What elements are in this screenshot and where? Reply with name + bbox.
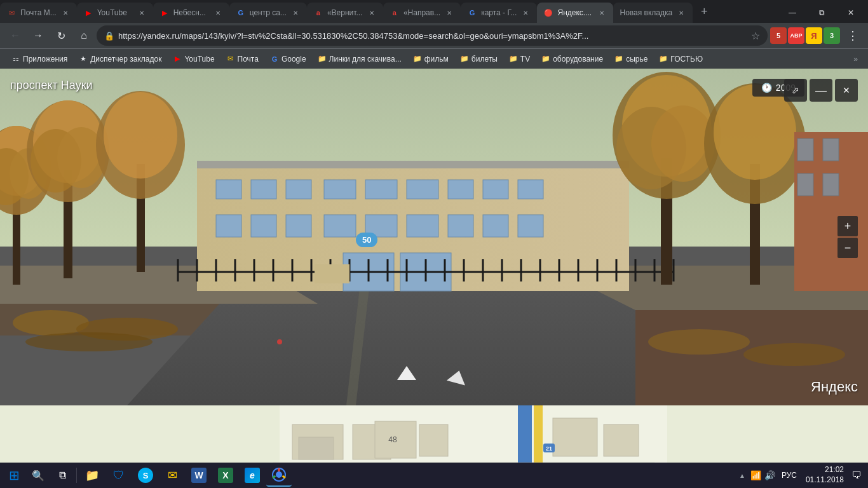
bm-guests[interactable]: 📁 ГОСТЬЮ xyxy=(654,53,708,65)
clock-display[interactable]: 21:02 01.11.2018 xyxy=(802,465,848,485)
new-tab-button[interactable]: + xyxy=(695,3,713,20)
svg-rect-97 xyxy=(518,405,532,463)
taskbar-separator-1 xyxy=(76,468,77,483)
tab-close-new[interactable]: ✕ xyxy=(676,8,686,18)
folder-raw-icon: 📁 xyxy=(614,55,623,64)
zoom-out-button[interactable]: − xyxy=(837,238,858,258)
bm-youtube-label: YouTube xyxy=(184,55,214,64)
tab-pochta[interactable]: ✉ Почта М... ✕ xyxy=(0,3,77,23)
tab-close-yandex[interactable]: ✕ xyxy=(597,8,607,18)
file-explorer-button[interactable]: 📁 xyxy=(79,464,105,487)
date-text: 01.11.2018 xyxy=(806,475,844,485)
bm-apps[interactable]: ⚏ Приложения xyxy=(6,53,72,65)
network-icon[interactable]: 📶 xyxy=(750,469,763,482)
start-button[interactable]: ⊞ xyxy=(3,464,25,487)
edge-button[interactable]: e xyxy=(240,464,265,487)
bm-film-label: фильм xyxy=(424,55,449,64)
svg-rect-64 xyxy=(315,264,349,283)
bm-youtube[interactable]: ▶ YouTube xyxy=(168,53,219,65)
svg-rect-107 xyxy=(419,424,448,456)
skype-button[interactable]: S xyxy=(133,464,158,487)
tray-up-arrow[interactable]: ▲ xyxy=(736,469,749,482)
tab-close-vern[interactable]: ✕ xyxy=(367,8,377,18)
taskbar-search-button[interactable]: 🔍 xyxy=(27,464,50,487)
bm-tv[interactable]: 📁 TV xyxy=(504,53,535,65)
taskbar: ⊞ 🔍 ⧉ 📁 🛡 S ✉ W X e xyxy=(0,463,868,488)
bm-mail[interactable]: ✉ Почта xyxy=(221,53,264,65)
task-view-button[interactable]: ⧉ xyxy=(51,464,74,487)
tab-karta[interactable]: G карта - Г... ✕ xyxy=(461,3,537,23)
refresh-button[interactable]: ↻ xyxy=(51,25,71,46)
bm-tickets[interactable]: 📁 билеты xyxy=(455,53,503,65)
tab-new[interactable]: Новая вкладка ✕ xyxy=(613,3,693,23)
system-tray: ▲ 📶 🔊 РУС 21:02 01.11.2018 🗨 xyxy=(736,465,865,485)
map-panel[interactable]: 48 21 ←→ © Яндекс Условия использования xyxy=(0,405,868,463)
forward-button[interactable]: → xyxy=(28,25,48,46)
notification-button[interactable]: 🗨 xyxy=(850,469,863,482)
bm-film[interactable]: 📁 фильм xyxy=(408,53,454,65)
language-indicator[interactable]: РУС xyxy=(779,471,799,480)
bm-bookmark-manager[interactable]: ★ Диспетчер закладок xyxy=(74,53,166,65)
tab-close-pochta[interactable]: ✕ xyxy=(60,8,71,18)
window-controls: — ⧉ ✕ xyxy=(778,3,868,23)
browser-frame: ✉ Почта М... ✕ ▶ YouTube ✕ ▶ Небесн... ✕… xyxy=(0,0,868,488)
navigation-bar: ← → ↻ ⌂ 🔒 https://yandex.ru/maps/143/kyi… xyxy=(0,23,868,48)
tab-close-neb[interactable]: ✕ xyxy=(213,8,223,18)
ext-icon-3[interactable]: 3 xyxy=(824,27,840,44)
store-button[interactable]: 🛡 xyxy=(106,464,132,487)
home-button[interactable]: ⌂ xyxy=(74,25,94,46)
svg-rect-30 xyxy=(448,215,473,237)
ext-badge-1: 5 xyxy=(776,32,780,39)
bm-links[interactable]: 📁 Линки для скачива... xyxy=(313,53,407,65)
chrome-button[interactable] xyxy=(266,464,292,487)
excel-button[interactable]: X xyxy=(213,464,238,487)
bm-raw[interactable]: 📁 сырье xyxy=(609,53,653,65)
tab-yandex[interactable]: 🔴 Яндекс.... ✕ xyxy=(537,3,613,23)
tab-close-karta[interactable]: ✕ xyxy=(520,8,531,18)
street-view-panel[interactable]: проспект Науки 🕐 2009 ⬀ — ✕ + − 50 Яндек… xyxy=(0,69,868,405)
svg-rect-18 xyxy=(324,180,356,199)
address-bar[interactable]: 🔒 https://yandex.ru/maps/143/kyiv/?l=stv… xyxy=(97,25,768,46)
tab-neb[interactable]: ▶ Небесн... ✕ xyxy=(153,3,229,23)
bm-equipment[interactable]: 📁 оборудование xyxy=(536,53,608,65)
svg-text:48: 48 xyxy=(388,435,397,444)
tab-vern[interactable]: а «Вернит... ✕ xyxy=(307,3,383,23)
tab-favicon-naprav: а xyxy=(390,8,400,18)
tab-favicon-youtube: ▶ xyxy=(83,8,93,18)
expand-button[interactable]: — xyxy=(810,79,832,102)
svg-rect-25 xyxy=(251,215,276,237)
folder-tv-icon: 📁 xyxy=(509,55,518,64)
chrome-menu-button[interactable]: ⋮ xyxy=(843,25,863,46)
bookmark-star-icon[interactable]: ☆ xyxy=(751,30,760,42)
tab-close-centr[interactable]: ✕ xyxy=(290,8,301,18)
back-button[interactable]: ← xyxy=(5,25,25,46)
tab-close-youtube[interactable]: ✕ xyxy=(137,8,147,18)
tab-centr[interactable]: G центр са... ✕ xyxy=(229,3,307,23)
volume-icon[interactable]: 🔊 xyxy=(764,469,776,482)
bm-google[interactable]: G Google xyxy=(265,53,311,65)
building-number-badge[interactable]: 50 xyxy=(356,233,377,247)
tab-close-naprav[interactable]: ✕ xyxy=(444,8,454,18)
folder-film-icon: 📁 xyxy=(413,55,422,64)
bm-equip-label: оборудование xyxy=(553,55,603,64)
close-button[interactable]: ✕ xyxy=(836,3,865,23)
page-content: проспект Науки 🕐 2009 ⬀ — ✕ + − 50 Яндек… xyxy=(0,69,868,463)
mail-button[interactable]: ✉ xyxy=(159,464,185,487)
share-button[interactable]: ⬀ xyxy=(784,79,807,102)
ext-icon-1[interactable]: 5 xyxy=(770,27,787,44)
security-lock-icon: 🔒 xyxy=(104,31,114,41)
folder-tickets-icon: 📁 xyxy=(460,55,469,64)
ext-icon-yab[interactable]: Я xyxy=(806,27,822,44)
tab-naprav[interactable]: а «Направ... ✕ xyxy=(383,3,461,23)
svg-rect-29 xyxy=(407,215,438,237)
ext-icon-abp[interactable]: ABP xyxy=(788,27,804,44)
svg-rect-22 xyxy=(483,180,508,199)
close-streetview-button[interactable]: ✕ xyxy=(835,79,858,102)
tab-youtube[interactable]: ▶ YouTube ✕ xyxy=(77,3,153,23)
word-button[interactable]: W xyxy=(186,464,212,487)
restore-button[interactable]: ⧉ xyxy=(807,3,836,23)
minimize-button[interactable]: — xyxy=(778,3,807,23)
bookmarks-more-button[interactable]: » xyxy=(850,53,862,65)
zoom-in-button[interactable]: + xyxy=(837,216,858,236)
tray-icons: ▲ 📶 🔊 xyxy=(736,469,776,482)
